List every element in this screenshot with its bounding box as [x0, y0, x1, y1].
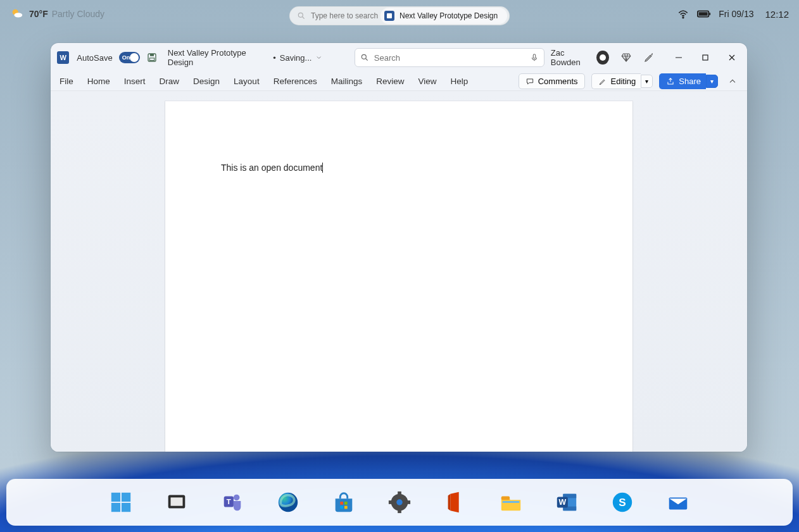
ribbon: File Home Insert Draw Design Layout Refe…	[51, 72, 747, 91]
tab-help[interactable]: Help	[451, 77, 469, 86]
battery-icon[interactable]	[697, 9, 711, 18]
svg-rect-30	[344, 502, 348, 505]
system-time[interactable]: 12:12	[765, 9, 789, 20]
diamond-icon[interactable]	[620, 52, 632, 63]
taskbar-store[interactable]	[331, 490, 356, 515]
ribbon-collapse-icon[interactable]	[727, 76, 738, 87]
save-icon[interactable]	[146, 52, 158, 63]
taskbar-word[interactable]: W	[554, 490, 579, 515]
search-icon	[297, 11, 306, 20]
taskbar-settings[interactable]	[387, 490, 412, 515]
editing-label: Editing	[611, 77, 636, 86]
svg-point-34	[396, 499, 403, 505]
taskbar-skype[interactable]: S	[610, 490, 635, 515]
svg-point-2	[683, 17, 684, 18]
user-name: Zac Bowden	[551, 48, 592, 67]
share-button[interactable]: Share ▾	[659, 73, 718, 89]
tab-design[interactable]: Design	[193, 77, 220, 86]
document-title-block[interactable]: Next Valley Prototype Design • Saving...	[168, 48, 323, 67]
tab-draw[interactable]: Draw	[160, 77, 180, 86]
text-cursor	[322, 163, 323, 173]
svg-rect-4	[699, 12, 708, 16]
taskbar-mail[interactable]	[665, 490, 691, 515]
toggle-knob	[130, 53, 139, 62]
svg-rect-39	[501, 497, 510, 500]
tab-home[interactable]: Home	[87, 77, 110, 86]
title-bar: W AutoSave On Next Valley Prototype Desi…	[51, 43, 747, 72]
taskbar-start[interactable]	[108, 490, 134, 515]
svg-line-7	[303, 17, 305, 19]
svg-rect-20	[122, 493, 130, 502]
word-window: W AutoSave On Next Valley Prototype Desi…	[51, 43, 747, 452]
word-app-icon	[384, 11, 394, 21]
editing-mode-button[interactable]: Editing ▾	[591, 73, 653, 89]
system-search-input[interactable]	[311, 11, 381, 20]
comments-button[interactable]: Comments	[519, 73, 585, 89]
svg-point-11	[362, 54, 366, 59]
svg-rect-16	[703, 55, 708, 60]
editing-dropdown[interactable]: ▾	[641, 75, 653, 88]
tab-insert[interactable]: Insert	[124, 77, 146, 86]
autosave-label: AutoSave	[77, 53, 112, 63]
system-search[interactable]: Next Valley Prototype Design	[289, 6, 510, 25]
comment-icon	[525, 77, 534, 86]
document-canvas[interactable]: This is an open document	[51, 91, 747, 452]
search-icon	[360, 53, 369, 62]
document-status: Saving...	[280, 53, 312, 63]
maximize-button[interactable]	[696, 49, 714, 66]
doc-separator: •	[273, 53, 276, 63]
tab-references[interactable]: References	[274, 77, 317, 86]
autosave-toggle[interactable]: On	[119, 52, 140, 63]
svg-text:T: T	[227, 498, 231, 505]
weather-icon	[10, 7, 24, 21]
taskbar-teams[interactable]: T	[220, 490, 245, 515]
system-date[interactable]: Fri 09/13	[719, 9, 753, 19]
svg-text:W: W	[559, 498, 567, 507]
svg-rect-9	[150, 54, 154, 56]
tab-layout[interactable]: Layout	[234, 77, 260, 86]
ribbon-tabs: File Home Insert Draw Design Layout Refe…	[60, 77, 468, 86]
close-button[interactable]	[723, 49, 741, 66]
tab-file[interactable]: File	[60, 77, 73, 86]
taskbar-file-explorer[interactable]	[498, 490, 524, 515]
tab-view[interactable]: View	[418, 77, 436, 86]
taskbar-edge[interactable]	[275, 490, 301, 515]
document-page[interactable]: This is an open document	[165, 101, 632, 452]
weather-temperature[interactable]: 70°F	[29, 9, 48, 19]
taskbar-office[interactable]	[443, 490, 468, 515]
avatar	[596, 51, 609, 65]
svg-rect-31	[340, 506, 343, 509]
user-account[interactable]: Zac Bowden	[551, 48, 609, 67]
title-search-box[interactable]	[355, 48, 544, 67]
word-icon: W	[57, 51, 69, 64]
microphone-icon[interactable]	[530, 53, 539, 62]
tab-mailings[interactable]: Mailings	[331, 77, 363, 86]
pencil-icon	[598, 77, 607, 86]
tab-review[interactable]: Review	[376, 77, 404, 86]
title-search-input[interactable]	[374, 53, 525, 63]
svg-rect-22	[122, 503, 130, 512]
svg-rect-19	[111, 493, 120, 502]
svg-rect-40	[503, 501, 520, 503]
svg-point-27	[234, 495, 240, 501]
share-dropdown[interactable]: ▾	[706, 75, 718, 88]
weather-condition[interactable]: Partly Cloudy	[52, 9, 104, 19]
document-title: Next Valley Prototype Design	[168, 48, 269, 67]
svg-rect-29	[340, 502, 343, 505]
svg-rect-32	[344, 506, 348, 509]
svg-point-6	[298, 13, 303, 17]
taskbar-task-view[interactable]	[164, 490, 189, 515]
svg-text:S: S	[619, 497, 626, 509]
svg-rect-13	[533, 54, 536, 58]
pen-sparkle-icon[interactable]	[643, 52, 655, 63]
comments-label: Comments	[538, 77, 578, 86]
search-suggestion-pill[interactable]: Next Valley Prototype Design	[381, 8, 507, 24]
svg-line-12	[366, 59, 368, 61]
svg-rect-24	[171, 497, 183, 505]
search-suggestion-text: Next Valley Prototype Design	[400, 11, 498, 20]
share-icon	[666, 77, 675, 86]
minimize-button[interactable]	[670, 49, 688, 66]
document-body-text[interactable]: This is an open document	[221, 163, 322, 173]
wifi-icon[interactable]	[677, 8, 689, 20]
svg-rect-21	[111, 503, 120, 512]
